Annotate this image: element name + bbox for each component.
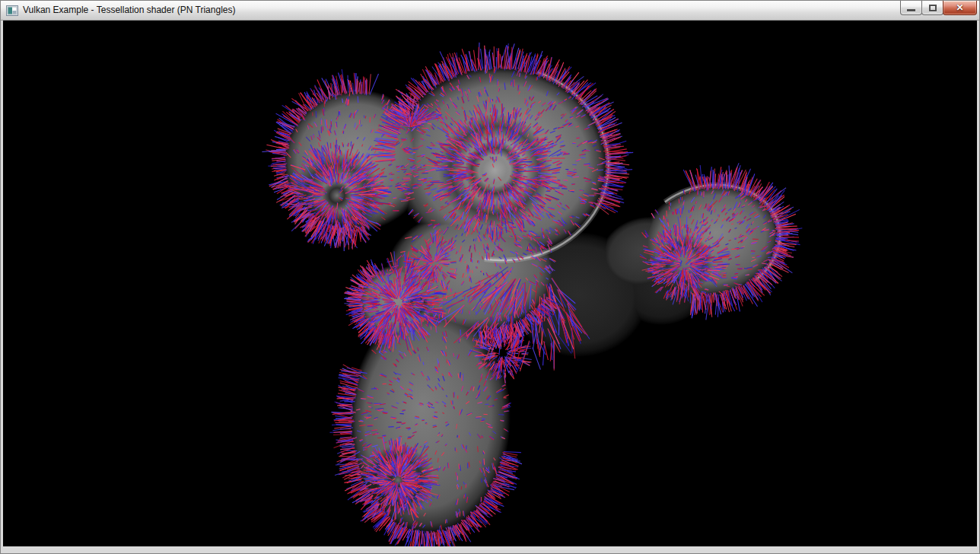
close-icon: ✕ (956, 3, 963, 12)
title-bar[interactable]: Vulkan Example - Tessellation shader (PN… (1, 1, 979, 21)
maximize-icon (929, 5, 937, 11)
window-controls: ✕ (901, 1, 977, 15)
window-title: Vulkan Example - Tessellation shader (PN… (23, 5, 235, 16)
app-window: Vulkan Example - Tessellation shader (PN… (0, 0, 980, 554)
close-button[interactable]: ✕ (943, 1, 977, 15)
viewport-canvas[interactable] (3, 21, 977, 546)
application-icon[interactable] (6, 5, 18, 17)
window-bottom-frame (1, 546, 979, 552)
maximize-button[interactable] (921, 1, 943, 15)
render-client-area (3, 21, 977, 546)
minimize-button[interactable] (900, 1, 922, 15)
minimize-icon (907, 9, 915, 11)
